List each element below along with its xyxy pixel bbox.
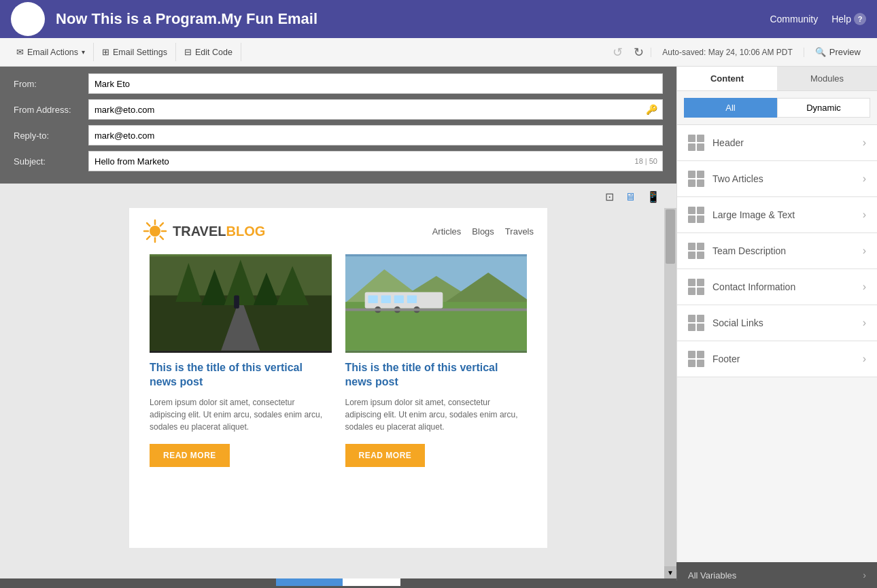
top-header: Now This is a Program.My Fun Email Commu… [0, 0, 877, 38]
panel-filter: All Dynamic [677, 91, 877, 125]
all-variables-chevron-icon[interactable]: › [863, 570, 866, 581]
content-tab[interactable]: Content [677, 67, 777, 90]
articles-grid: This is the title of this vertical news … [129, 254, 547, 481]
preview-icon: 🔍 [815, 47, 826, 57]
email-actions-button[interactable]: ✉ Email Actions ▾ [8, 43, 94, 61]
svg-line-9 [160, 237, 163, 239]
travels-link[interactable]: Travels [505, 226, 534, 237]
article-2: This is the title of this vertical news … [339, 254, 534, 467]
edit-code-button[interactable]: ⊟ Edit Code [176, 43, 241, 61]
from-label: From: [14, 79, 88, 89]
community-link[interactable]: Community [770, 14, 818, 24]
key-icon: 🔑 [646, 104, 657, 115]
reply-to-row: Reply-to: [14, 125, 663, 145]
large-image-text-chevron-icon: › [863, 209, 866, 221]
svg-line-10 [160, 223, 163, 226]
modules-tab[interactable]: Modules [777, 67, 877, 90]
code-icon: ⊟ [184, 47, 192, 57]
from-input[interactable] [88, 73, 663, 94]
module-large-image-text[interactable]: Large Image & Text › [677, 197, 877, 233]
article-1-body: Lorem ipsum dolor sit amet, consectetur … [150, 396, 332, 433]
toolbar: ✉ Email Actions ▾ ⊞ Email Settings ⊟ Edi… [0, 38, 877, 67]
articles-link[interactable]: Articles [432, 226, 462, 237]
email-settings-button[interactable]: ⊞ Email Settings [94, 43, 176, 61]
svg-rect-1 [24, 16, 28, 26]
from-address-row: From Address: 🔑 [14, 99, 663, 120]
social-links-grid-icon [688, 315, 704, 331]
scroll-down-arrow[interactable]: ▼ [664, 566, 676, 578]
article-2-read-more[interactable]: READ MORE [345, 444, 426, 467]
scrollbar-thumb[interactable] [666, 209, 675, 264]
all-variables-label: All Variables [688, 570, 857, 581]
header-chevron-icon: › [863, 137, 866, 149]
module-footer[interactable]: Footer › [677, 341, 877, 377]
reply-to-input[interactable] [88, 125, 663, 145]
filter-all-button[interactable]: All [684, 98, 777, 118]
two-articles-chevron-icon: › [863, 173, 866, 185]
desktop-button[interactable]: 🖥 [622, 188, 638, 206]
svg-line-8 [147, 223, 150, 226]
svg-rect-31 [407, 296, 416, 303]
svg-rect-20 [234, 296, 239, 309]
right-panel: Content Modules All Dynamic Header › Two… [676, 67, 877, 562]
subject-row: Subject: 18 | 50 [14, 151, 663, 171]
module-team-description[interactable]: Team Description › [677, 233, 877, 269]
two-articles-grid-icon [688, 171, 704, 187]
blog-header: TRAVELBLOG Articles Blogs Travels [129, 208, 547, 254]
svg-line-11 [147, 237, 150, 239]
form-panel: From: From Address: 🔑 Reply-to: Subject: [0, 67, 676, 562]
email-preview: ⊡ 🖥 📱 [0, 184, 676, 578]
from-address-wrap: 🔑 [88, 99, 663, 120]
blogs-link[interactable]: Blogs [472, 226, 494, 237]
contact-info-grid-icon [688, 279, 704, 295]
blog-logo: TRAVELBLOG [143, 219, 265, 243]
filter-dynamic-button[interactable]: Dynamic [777, 98, 870, 118]
subject-label: Subject: [14, 156, 88, 167]
module-two-articles[interactable]: Two Articles › [677, 161, 877, 197]
module-list: Header › Two Articles › Large Image & Te… [677, 125, 877, 562]
article-2-title: This is the title of this vertical news … [345, 361, 528, 390]
large-image-text-grid-icon [688, 207, 704, 223]
redo-button[interactable]: ↻ [630, 42, 648, 63]
article-1-title: This is the title of this vertical news … [150, 361, 332, 390]
module-header[interactable]: Header › [677, 125, 877, 161]
email-content: TRAVELBLOG Articles Blogs Travels [129, 208, 547, 548]
footer-grid-icon [688, 351, 704, 367]
envelope-icon: ✉ [16, 47, 24, 57]
settings-icon: ⊞ [102, 47, 109, 57]
char-count: 18 | 50 [635, 157, 657, 165]
svg-rect-35 [345, 309, 528, 311]
header-grid-icon [688, 135, 704, 151]
reply-to-label: Reply-to: [14, 131, 88, 141]
svg-rect-28 [368, 296, 377, 303]
fit-screen-button[interactable]: ⊡ [602, 188, 617, 206]
blog-nav: Articles Blogs Travels [432, 226, 534, 237]
preview-button[interactable]: 🔍 Preview [807, 43, 869, 61]
article-2-body: Lorem ipsum dolor sit amet, consectetur … [345, 396, 528, 433]
help-link[interactable]: Help ? [831, 13, 866, 25]
from-address-input[interactable] [88, 99, 663, 120]
undo-button[interactable]: ↺ [608, 42, 627, 63]
app-title: Now This is a Program.My Fun Email [56, 10, 759, 28]
mobile-button[interactable]: 📱 [644, 188, 663, 206]
article-1-image [150, 254, 332, 353]
scrollbar-track[interactable]: ▼ [664, 208, 676, 578]
subject-input[interactable] [88, 151, 663, 171]
dropdown-arrow-icon: ▾ [82, 48, 85, 56]
undo-redo-area: ↺ ↻ Auto-saved: May 24, 10:06 AM PDT 🔍 P… [608, 42, 869, 63]
from-row: From: [14, 73, 663, 94]
subject-wrap: 18 | 50 [88, 151, 663, 171]
module-contact-information[interactable]: Contact Information › [677, 269, 877, 305]
from-address-label: From Address: [14, 105, 88, 115]
panel-tabs: Content Modules [677, 67, 877, 91]
device-toolbar: ⊡ 🖥 📱 [602, 184, 663, 210]
article-1: This is the title of this vertical news … [143, 254, 339, 467]
blog-name: TRAVELBLOG [173, 224, 265, 239]
team-description-chevron-icon: › [863, 245, 866, 257]
team-description-grid-icon [688, 243, 704, 259]
module-social-links[interactable]: Social Links › [677, 305, 877, 341]
footer-chevron-icon: › [863, 353, 866, 365]
contact-info-chevron-icon: › [863, 281, 866, 293]
article-1-read-more[interactable]: READ MORE [150, 444, 230, 467]
top-nav: Community Help ? [770, 13, 866, 25]
